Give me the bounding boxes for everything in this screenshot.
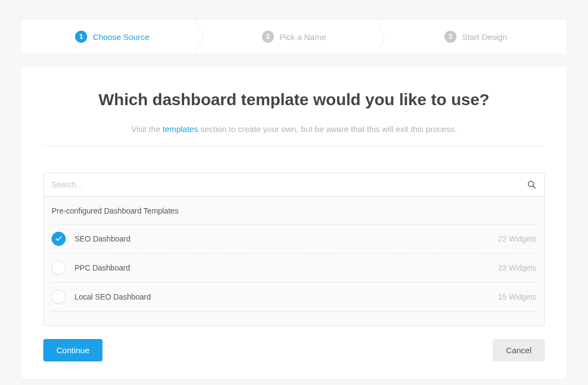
template-label: SEO Dashboard: [75, 234, 498, 243]
svg-line-1: [533, 186, 535, 188]
step-label: Choose Source: [93, 32, 149, 42]
step-label: Start Design: [462, 32, 507, 42]
cancel-button[interactable]: Cancel: [493, 339, 545, 361]
divider: [43, 146, 545, 146]
radio-button[interactable]: [52, 290, 66, 304]
template-item[interactable]: PPC Dashboard 23 Widgets: [52, 254, 536, 283]
step-number: 2: [262, 31, 274, 43]
template-list[interactable]: Pre-configured Dashboard Templates SEO D…: [43, 197, 545, 326]
search-icon[interactable]: [527, 180, 536, 189]
action-row: Continue Cancel: [43, 339, 545, 361]
template-widget-count: 22 Widgets: [498, 234, 536, 243]
template-widget-count: 23 Widgets: [498, 263, 536, 272]
continue-button[interactable]: Continue: [43, 339, 102, 361]
step-number: 3: [444, 31, 456, 43]
templates-link[interactable]: templates: [163, 124, 198, 134]
step-label: Pick a Name: [279, 32, 326, 42]
search-wrap: [43, 173, 545, 197]
page-subtitle: Visit the templates section to create yo…: [43, 124, 545, 134]
subtitle-suffix: section to create your own, but be aware…: [198, 124, 457, 134]
search-input[interactable]: [52, 180, 527, 189]
check-icon: [55, 235, 62, 243]
wizard-steps: 1 Choose Source 2 Pick a Name 3 Start De…: [21, 19, 567, 55]
radio-button[interactable]: [52, 232, 66, 246]
template-widget-count: 15 Widgets: [498, 292, 536, 301]
page-title: Which dashboard template would you like …: [43, 90, 545, 109]
radio-button[interactable]: [52, 261, 66, 275]
subtitle-prefix: Visit the: [131, 124, 162, 134]
template-item[interactable]: Local SEO Dashboard 15 Widgets: [52, 283, 536, 312]
template-panel: Which dashboard template would you like …: [21, 66, 567, 380]
template-label: Local SEO Dashboard: [75, 292, 498, 301]
step-choose-source[interactable]: 1 Choose Source: [21, 19, 203, 54]
template-item[interactable]: SEO Dashboard 22 Widgets: [52, 225, 536, 254]
step-start-design[interactable]: 3 Start Design: [385, 19, 567, 54]
step-pick-name[interactable]: 2 Pick a Name: [203, 19, 385, 54]
step-number: 1: [75, 31, 87, 43]
template-label: PPC Dashboard: [75, 263, 498, 272]
template-group-header: Pre-configured Dashboard Templates: [52, 197, 536, 225]
